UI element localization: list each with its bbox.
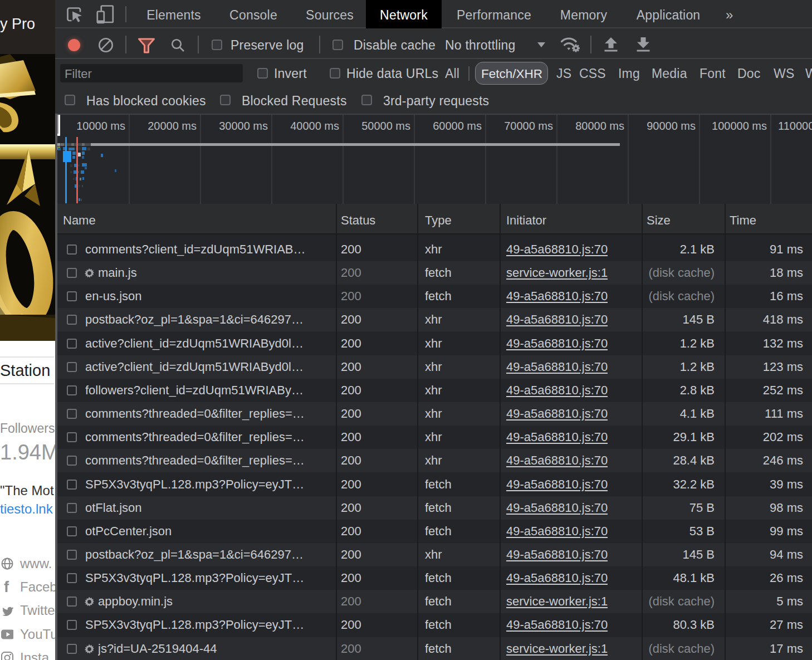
svg-text:f: f (4, 581, 9, 593)
